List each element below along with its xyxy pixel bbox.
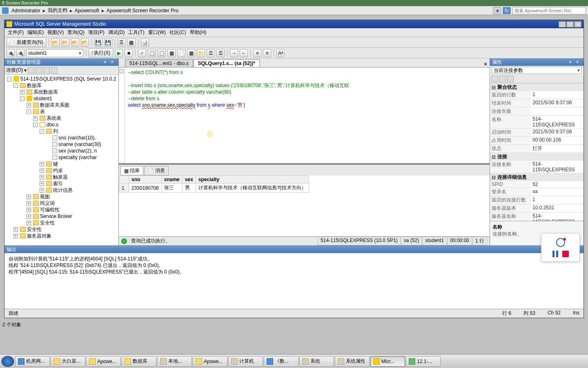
categorize-icon[interactable]: [492, 76, 498, 82]
taskbar-item[interactable]: 《数...: [264, 356, 298, 367]
menu-help[interactable]: 帮助(H): [189, 29, 208, 36]
tab-results[interactable]: ▦结果: [120, 166, 143, 175]
uncomment-icon[interactable]: ☰: [216, 49, 225, 57]
menu-window[interactable]: 窗口(W): [147, 29, 167, 36]
tree-node[interactable]: -表: [5, 108, 118, 115]
tab-messages[interactable]: 📄消息: [144, 166, 169, 175]
indent-icon[interactable]: ≡: [263, 49, 271, 57]
specify-icon[interactable]: Aª: [276, 49, 285, 57]
tree-node[interactable]: +安全性: [5, 226, 118, 233]
prop-category[interactable]: 连接: [490, 153, 584, 161]
taskbar-item[interactable]: 计算机: [228, 356, 263, 367]
close-button[interactable]: ✕: [574, 21, 581, 27]
results-grid[interactable]: sno sname sex specialty 1 2330190708 张三 …: [119, 175, 490, 236]
tab-inactive[interactable]: 514-115\SQL...ent1 - dbo.s: [125, 59, 193, 67]
grid-icon[interactable]: ▦: [127, 38, 136, 47]
tree-node[interactable]: +可编程性: [5, 206, 118, 213]
menu-tools[interactable]: 工具(T): [127, 29, 145, 36]
taskbar-item[interactable]: 大白菜...: [51, 356, 85, 367]
taskbar-item[interactable]: 系统属性: [335, 356, 370, 367]
taskbar-item[interactable]: Apowe...: [86, 356, 121, 367]
open-icon[interactable]: 📂: [71, 38, 79, 47]
indent-icon[interactable]: ≡: [253, 49, 261, 57]
start-button[interactable]: [1, 356, 14, 367]
col-header[interactable]: sname: [161, 176, 182, 184]
search-input[interactable]: [512, 7, 586, 14]
taskbar-item[interactable]: 机房网...: [15, 356, 50, 367]
menu-project[interactable]: 项目(P): [87, 29, 106, 36]
pin-icon[interactable]: ▾: [569, 60, 575, 65]
open-icon[interactable]: 📂: [61, 38, 69, 47]
disconnect-icon[interactable]: [28, 67, 34, 74]
connect-icon[interactable]: 🔌: [7, 49, 15, 57]
open-icon[interactable]: 📂: [51, 38, 60, 47]
save-icon[interactable]: 💾: [94, 38, 102, 47]
tree-node[interactable]: +触发器: [5, 174, 118, 180]
tree-column[interactable]: sno (varchar(10),: [5, 135, 118, 141]
tree-node[interactable]: +索引: [5, 180, 118, 187]
plan-icon[interactable]: 📋: [158, 49, 166, 57]
tree-node[interactable]: +系统表: [5, 115, 118, 121]
minimize-button[interactable]: _: [559, 21, 566, 27]
menu-community[interactable]: 社区(C): [168, 29, 187, 36]
property-object-combo[interactable]: 当前连接参数: [492, 67, 582, 74]
tree-node[interactable]: -数据库: [5, 82, 118, 89]
taskbar-item[interactable]: 系统: [299, 356, 334, 367]
outdent-icon[interactable]: ←: [240, 49, 248, 57]
col-header[interactable]: specialty: [196, 176, 309, 184]
menu-query[interactable]: 查询(Q): [66, 29, 85, 36]
collapse-icon[interactable]: -: [120, 69, 124, 73]
prop-category[interactable]: 聚合状态: [490, 83, 584, 91]
results-text-icon[interactable]: 📄: [177, 49, 185, 57]
open-icon[interactable]: 📂: [81, 38, 89, 47]
new-query-button[interactable]: 📄新建查询(N): [7, 38, 46, 47]
col-header[interactable]: sex: [182, 176, 196, 184]
close-icon[interactable]: ✕: [576, 60, 581, 65]
tree-node[interactable]: +服务器对象: [5, 233, 118, 239]
taskbar-item[interactable]: 数据库: [122, 356, 156, 367]
nav-back[interactable]: ◄: [493, 7, 501, 14]
tree-node[interactable]: +安全性: [5, 220, 118, 226]
list-icon[interactable]: ☰: [118, 38, 126, 47]
tree-node[interactable]: +数据库关系图: [5, 102, 118, 108]
tree-column[interactable]: sname (varchar(30): [5, 141, 118, 148]
save-all-icon[interactable]: 💾: [104, 38, 112, 47]
tree-node[interactable]: -dbo.s: [5, 121, 118, 128]
tab-active[interactable]: SQLQuery1.s... (sa (52))*: [194, 59, 260, 67]
taskbar-item[interactable]: Micr...: [370, 356, 405, 367]
tree-node[interactable]: +键: [5, 161, 118, 167]
stop-icon[interactable]: ■: [125, 49, 133, 57]
bc-item[interactable]: Apowersoft Screen Recorder Pro: [105, 8, 180, 13]
parse-icon[interactable]: ✓: [138, 49, 146, 57]
taskbar-item[interactable]: 12.1-...: [406, 356, 441, 367]
designer-icon[interactable]: ▦: [167, 49, 176, 57]
taskbar-item[interactable]: Apowe...: [193, 356, 227, 367]
recorder-widget[interactable]: [541, 233, 580, 262]
sql-editor[interactable]: - --select COUNT(*) from s --insert into…: [119, 67, 490, 164]
tree-server[interactable]: -514-115\SQLEXPRESS (SQL Server 10.0.2: [5, 76, 118, 82]
bc-item[interactable]: 我的文档: [47, 7, 69, 14]
tree-column[interactable]: specialty (varchar: [5, 154, 118, 161]
tree-column[interactable]: sex (varchar(2), n: [5, 148, 118, 154]
alpha-icon[interactable]: [499, 76, 506, 82]
object-tree[interactable]: -514-115\SQLEXPRESS (SQL Server 10.0.2 -…: [4, 75, 118, 245]
tab-close-icon[interactable]: ✕: [481, 61, 490, 67]
bc-item[interactable]: Administrator: [10, 8, 42, 13]
tree-node[interactable]: +统计信息: [5, 187, 118, 193]
indent-icon[interactable]: →: [230, 49, 238, 57]
table-row[interactable]: 1 2330190708 张三 男 计算机科学与技术（移动互联网信息与技术方向）: [119, 184, 309, 193]
stop-button[interactable]: [562, 251, 569, 257]
connect-button[interactable]: 连接(O): [6, 67, 23, 74]
plan-icon[interactable]: 📋: [148, 49, 156, 57]
menu-debug[interactable]: 调试(D): [107, 29, 126, 36]
menu-edit[interactable]: 编辑(E): [26, 29, 45, 36]
tree-node[interactable]: -列: [5, 128, 118, 135]
close-icon[interactable]: ✕: [111, 60, 116, 65]
pin-icon[interactable]: ▾: [104, 60, 110, 65]
change-conn-icon[interactable]: 🔌: [16, 49, 24, 57]
bc-item[interactable]: Apowersoft: [74, 8, 100, 13]
col-header[interactable]: [119, 176, 129, 184]
col-header[interactable]: sno: [129, 176, 162, 184]
maximize-button[interactable]: □: [566, 21, 574, 27]
tree-node[interactable]: +约束: [5, 167, 118, 174]
